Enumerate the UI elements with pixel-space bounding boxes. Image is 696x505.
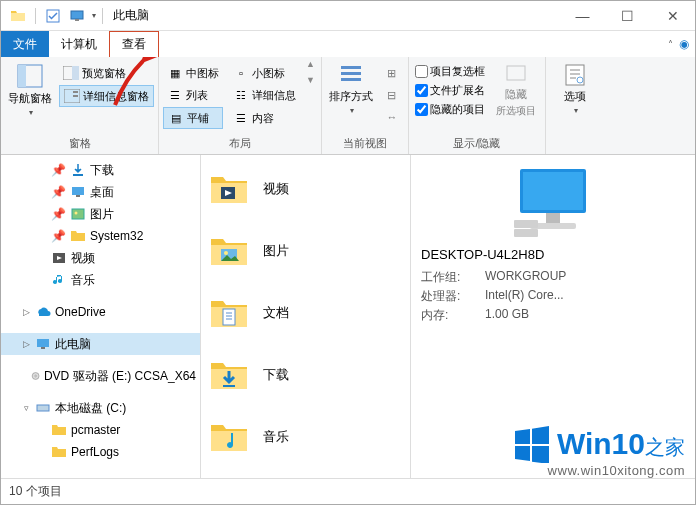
layout-down-icon[interactable]: ▼ — [306, 75, 315, 85]
svg-point-29 — [224, 251, 228, 255]
app-icon — [66, 5, 88, 27]
item-checkboxes-toggle[interactable]: 项目复选框 — [413, 63, 487, 80]
layout-details[interactable]: ☷详细信息 — [229, 85, 300, 105]
medium-icons-icon: ▦ — [167, 65, 183, 81]
quick-access-toolbar: ▾ — [1, 5, 107, 27]
tree-dvd[interactable]: DVD 驱动器 (E:) CCSA_X64 — [1, 365, 200, 387]
tree-pcmaster[interactable]: pcmaster — [1, 419, 200, 441]
tab-file[interactable]: 文件 — [1, 31, 49, 57]
qat-menu-icon[interactable]: ▾ — [92, 11, 96, 20]
group-by-button[interactable]: ⊞ — [380, 63, 404, 83]
tree-videos[interactable]: 视频 — [1, 247, 200, 269]
details-pane: DESKTOP-U4L2H8D 工作组:WORKGROUP 处理器:Intel(… — [411, 155, 695, 478]
folder-music[interactable]: 音乐 — [209, 417, 402, 457]
preview-pane-button[interactable]: 预览窗格 — [59, 63, 154, 83]
layout-tiles[interactable]: ▤平铺 — [163, 107, 223, 129]
tree-music[interactable]: 音乐 — [1, 269, 200, 291]
small-icons-icon: ▫ — [233, 65, 249, 81]
file-extensions-toggle[interactable]: 文件扩展名 — [413, 82, 487, 99]
svg-rect-31 — [223, 385, 235, 387]
documents-label: 文档 — [263, 304, 289, 322]
svg-rect-13 — [507, 66, 525, 80]
tree-desktop[interactable]: 📌桌面 — [1, 181, 200, 203]
svg-rect-16 — [73, 174, 83, 176]
add-columns-button[interactable]: ⊟ — [380, 85, 404, 105]
minimize-ribbon-icon[interactable]: ˄ — [668, 39, 673, 50]
folder-icon — [7, 5, 29, 27]
folder-view[interactable]: 视频 图片 文档 下载 音乐 — [201, 155, 411, 478]
layout-up-icon[interactable]: ▲ — [306, 59, 315, 69]
tree-this-pc[interactable]: ▷此电脑 — [1, 333, 200, 355]
tree-downloads[interactable]: 📌下载 — [1, 159, 200, 181]
svg-rect-8 — [73, 91, 78, 93]
hide-selected-button[interactable]: 隐藏 所选项目 — [491, 59, 541, 118]
pictures-folder-icon — [209, 231, 249, 271]
svg-rect-33 — [523, 172, 583, 210]
layout-list[interactable]: ☰列表 — [163, 85, 223, 105]
detail-memory: 内存:1.00 GB — [421, 306, 685, 325]
svg-rect-11 — [341, 72, 361, 75]
size-columns-button[interactable]: ↔ — [380, 107, 404, 127]
svg-rect-9 — [73, 95, 78, 97]
music-label: 音乐 — [263, 428, 289, 446]
ribbon-group-panes: 导航窗格 ▾ 预览窗格 详细信息窗格 窗格 — [1, 57, 159, 154]
list-icon: ☰ — [167, 87, 183, 103]
layout-small-icons[interactable]: ▫小图标 — [229, 63, 300, 83]
ribbon-group-current-view: 排序方式 ▾ ⊞ ⊟ ↔ 当前视图 — [322, 57, 409, 154]
svg-rect-2 — [75, 19, 79, 21]
nav-pane-button[interactable]: 导航窗格 ▾ — [5, 59, 55, 117]
window-controls: — ☐ ✕ — [560, 1, 695, 30]
tree-onedrive[interactable]: ▷OneDrive — [1, 301, 200, 323]
tab-view[interactable]: 查看 — [109, 31, 159, 57]
details-pane-button[interactable]: 详细信息窗格 — [59, 85, 154, 107]
ribbon-group-options: 选项 ▾ — [546, 57, 604, 154]
tiles-icon: ▤ — [168, 110, 184, 126]
detail-cpu: 处理器:Intel(R) Core... — [421, 287, 685, 306]
nav-pane-label: 导航窗格 — [8, 91, 52, 106]
svg-rect-17 — [72, 187, 84, 195]
maximize-button[interactable]: ☐ — [605, 1, 650, 30]
folder-videos[interactable]: 视频 — [209, 169, 402, 209]
folder-pictures[interactable]: 图片 — [209, 231, 402, 271]
hide-label: 隐藏 — [505, 87, 527, 102]
item-count: 10 个项目 — [9, 483, 62, 500]
sort-button[interactable]: 排序方式 ▾ — [326, 59, 376, 115]
tree-system32[interactable]: 📌System32 — [1, 225, 200, 247]
svg-rect-19 — [72, 209, 84, 219]
hidden-items-toggle[interactable]: 隐藏的项目 — [413, 101, 487, 118]
sort-label: 排序方式 — [329, 89, 373, 104]
folder-downloads[interactable]: 下载 — [209, 355, 402, 395]
tree-perflogs[interactable]: PerfLogs — [1, 441, 200, 463]
svg-rect-26 — [37, 405, 49, 411]
title-bar: ▾ 此电脑 — ☐ ✕ — [1, 1, 695, 31]
tab-computer[interactable]: 计算机 — [49, 31, 109, 57]
videos-folder-icon — [209, 169, 249, 209]
svg-point-25 — [34, 375, 36, 377]
close-button[interactable]: ✕ — [650, 1, 695, 30]
minimize-button[interactable]: — — [560, 1, 605, 30]
preview-pane-label: 预览窗格 — [82, 66, 126, 81]
ribbon: 导航窗格 ▾ 预览窗格 详细信息窗格 窗格 ▦中图标 ▫小图标 ☰列表 — [1, 57, 695, 155]
panes-group-label: 窗格 — [5, 134, 154, 154]
tree-local-disk[interactable]: ▿本地磁盘 (C:) — [1, 397, 200, 419]
svg-rect-18 — [76, 195, 80, 197]
ribbon-group-show-hide: 项目复选框 文件扩展名 隐藏的项目 隐藏 所选项目 显示/隐藏 — [409, 57, 546, 154]
layout-medium-icons[interactable]: ▦中图标 — [163, 63, 223, 83]
checkbox-icon[interactable] — [42, 5, 64, 27]
help-icon[interactable]: ◉ — [679, 37, 689, 51]
detail-workgroup: 工作组:WORKGROUP — [421, 268, 685, 287]
layout-content[interactable]: ☰内容 — [229, 107, 300, 129]
videos-label: 视频 — [263, 180, 289, 198]
svg-rect-1 — [71, 11, 83, 19]
svg-rect-23 — [41, 347, 45, 349]
current-view-group-label: 当前视图 — [326, 134, 404, 154]
downloads-label: 下载 — [263, 366, 289, 384]
svg-rect-22 — [37, 339, 49, 347]
svg-rect-6 — [72, 66, 79, 80]
content-icon: ☰ — [233, 110, 249, 126]
folder-documents[interactable]: 文档 — [209, 293, 402, 333]
svg-rect-4 — [18, 65, 26, 87]
details-icon: ☷ — [233, 87, 249, 103]
tree-pictures[interactable]: 📌图片 — [1, 203, 200, 225]
options-button[interactable]: 选项 ▾ — [550, 59, 600, 115]
